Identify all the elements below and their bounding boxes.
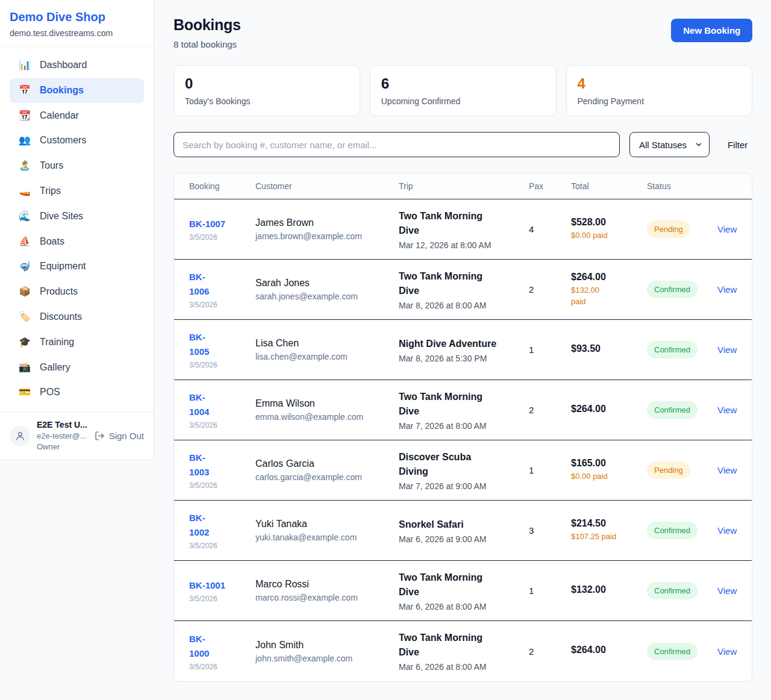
status-select-wrap: All Statuses	[629, 132, 710, 157]
filter-button[interactable]: Filter	[728, 140, 748, 150]
stat-label: Upcoming Confirmed	[381, 96, 545, 106]
customer-cell: Sarah Jones sarah.jones@example.com	[255, 278, 399, 301]
avatar	[10, 426, 30, 446]
view-link[interactable]: View	[717, 525, 737, 536]
status-select[interactable]: All Statuses	[629, 132, 710, 157]
sidebar-item-trips[interactable]: 🚤 Trips	[10, 179, 144, 204]
customer-name: John Smith	[255, 640, 399, 651]
stat-value: 4	[578, 75, 741, 92]
booking-date: 3/5/2026	[189, 663, 255, 671]
sidebar-item-gallery[interactable]: 📸 Gallery	[10, 355, 144, 380]
pax-value: 1	[529, 465, 571, 475]
trip-datetime: Mar 6, 2026 at 8:00 AM	[399, 602, 529, 611]
customer-email: yuki.tanaka@example.com	[255, 533, 399, 542]
new-booking-button[interactable]: New Booking	[671, 19, 752, 42]
booking-date: 3/5/2026	[189, 421, 255, 430]
sidebar-item-tours[interactable]: 🏝️ Tours	[10, 154, 144, 178]
sidebar-item-customers[interactable]: 👥 Customers	[10, 128, 144, 153]
table-header-row: BookingCustomerTripPaxTotalStatus	[174, 173, 752, 199]
sidebar-item-training[interactable]: 🎓 Training	[10, 330, 144, 355]
booking-link[interactable]: BK-1007	[189, 217, 255, 231]
trip-cell: Night Dive Adventure Mar 8, 2026 at 5:30…	[399, 337, 529, 363]
sidebar-item-dive-sites[interactable]: 🌊 Dive Sites	[10, 204, 144, 229]
total-amount: $264.00	[571, 645, 647, 655]
view-link[interactable]: View	[717, 405, 737, 415]
status-badge: Confirmed	[647, 401, 698, 419]
booking-cell: BK- 1000 3/5/2026	[189, 632, 255, 671]
sign-out-button[interactable]: Sign Out	[95, 431, 144, 441]
total-amount: $264.00	[571, 272, 647, 283]
stat-label: Pending Payment	[578, 96, 741, 106]
view-link[interactable]: View	[717, 586, 737, 596]
user-info: E2E Test U... e2e-tester@... Owner	[37, 420, 87, 452]
sidebar-item-bookings[interactable]: 📅 Bookings	[10, 78, 144, 103]
customer-cell: Emma Wilson emma.wilson@example.com	[255, 398, 399, 422]
sidebar-item-calendar[interactable]: 📆 Calendar	[10, 104, 144, 128]
sign-out-label: Sign Out	[109, 431, 144, 441]
total-cell: $264.00 $132.00 paid	[571, 272, 647, 308]
equipment-mask-icon: 🤿	[18, 260, 31, 273]
booking-link[interactable]: BK- 1005	[189, 330, 255, 359]
booking-cell: BK- 1003 3/5/2026	[189, 451, 255, 490]
total-cell: $528.00 $0.00 paid	[571, 217, 647, 242]
customer-cell: Carlos Garcia carlos.garcia@example.com	[255, 458, 399, 482]
pax-value: 3	[529, 525, 571, 536]
booking-link[interactable]: BK- 1003	[189, 451, 255, 480]
customer-cell: Yuki Tanaka yuki.tanaka@example.com	[255, 519, 399, 542]
sidebar-item-boats[interactable]: ⛵ Boats	[10, 230, 144, 254]
customer-email: lisa.chen@example.com	[255, 352, 399, 361]
customer-email: james.brown@example.com	[255, 231, 399, 241]
trip-name: Two Tank Morning Dive	[399, 209, 529, 238]
sidebar-item-equipment[interactable]: 🤿 Equipment	[10, 254, 144, 279]
trip-datetime: Mar 6, 2026 at 8:00 AM	[399, 662, 529, 672]
sidebar-user-footer: E2E Test U... e2e-tester@... Owner Sign …	[0, 411, 154, 460]
booking-link[interactable]: BK- 1000	[189, 632, 255, 661]
view-link[interactable]: View	[717, 465, 737, 475]
sidebar-item-products[interactable]: 📦 Products	[10, 280, 144, 304]
pos-credit-card-icon: 💳	[18, 386, 31, 399]
status-badge: Confirmed	[647, 341, 698, 358]
booking-link[interactable]: BK- 1002	[189, 511, 255, 540]
view-link[interactable]: View	[717, 224, 737, 234]
sidebar-item-dashboard[interactable]: 📊 Dashboard	[10, 53, 144, 78]
brand-domain: demo.test.divestreams.com	[10, 28, 144, 38]
booking-link[interactable]: BK-1001	[189, 578, 255, 593]
column-header-pax: Pax	[529, 181, 571, 191]
view-link[interactable]: View	[717, 345, 737, 355]
search-input[interactable]	[173, 132, 620, 157]
view-link[interactable]: View	[717, 646, 737, 657]
bookings-table: BookingCustomerTripPaxTotalStatus BK-100…	[173, 173, 752, 682]
table-row: BK- 1002 3/5/2026 Yuki Tanaka yuki.tanak…	[174, 501, 752, 561]
sidebar-item-pos[interactable]: 💳 POS	[10, 380, 144, 405]
trips-speedboat-icon: 🚤	[18, 185, 31, 198]
page-title-block: Bookings 8 total bookings	[173, 16, 241, 49]
table-row: BK- 1000 3/5/2026 John Smith john.smith@…	[174, 621, 752, 681]
trip-cell: Two Tank Morning Dive Mar 8, 2026 at 8:0…	[399, 269, 529, 310]
customer-email: sarah.jones@example.com	[255, 292, 399, 301]
customer-name: Sarah Jones	[255, 278, 399, 289]
trip-cell: Snorkel Safari Mar 6, 2026 at 9:00 AM	[399, 517, 529, 544]
filter-row: All Statuses Filter	[173, 132, 752, 157]
view-link[interactable]: View	[717, 284, 737, 295]
logout-icon	[95, 431, 105, 441]
trip-cell: Two Tank Morning Dive Mar 6, 2026 at 8:0…	[399, 570, 529, 611]
table-row: BK- 1006 3/5/2026 Sarah Jones sarah.jone…	[174, 260, 752, 320]
booking-link[interactable]: BK- 1004	[189, 390, 255, 419]
page-header: Bookings 8 total bookings New Booking	[173, 16, 752, 49]
pax-value: 1	[529, 586, 571, 596]
customer-name: Emma Wilson	[255, 398, 399, 409]
total-cell: $264.00	[571, 404, 647, 417]
trip-cell: Two Tank Morning Dive Mar 7, 2026 at 8:0…	[399, 390, 529, 431]
booking-link[interactable]: BK- 1006	[189, 270, 255, 299]
sidebar-item-discounts[interactable]: 🏷️ Discounts	[10, 305, 144, 330]
booking-cell: BK- 1006 3/5/2026	[189, 270, 255, 309]
trip-name: Night Dive Adventure	[399, 337, 529, 351]
trip-datetime: Mar 7, 2026 at 9:00 AM	[399, 481, 529, 491]
trip-cell: Discover Scuba Diving Mar 7, 2026 at 9:0…	[399, 450, 529, 491]
booking-date: 3/5/2026	[189, 542, 255, 550]
trip-name: Two Tank Morning Dive	[399, 631, 529, 660]
stat-value: 6	[381, 75, 545, 92]
booking-date: 3/5/2026	[189, 595, 255, 603]
status-badge: Confirmed	[647, 643, 698, 660]
booking-date: 3/5/2026	[189, 233, 255, 242]
